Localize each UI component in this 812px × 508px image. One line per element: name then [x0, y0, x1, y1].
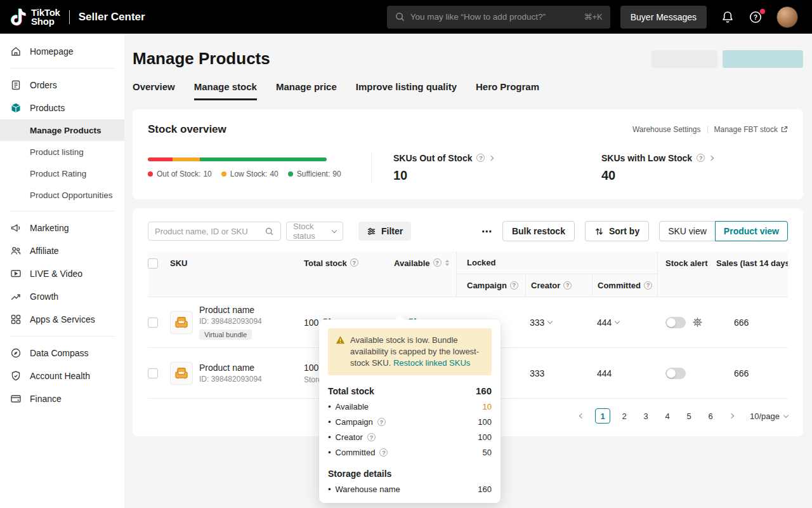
page-button-3[interactable]: 3 [638, 408, 653, 424]
megaphone-icon [10, 222, 22, 234]
account-avatar[interactable] [776, 6, 798, 28]
bullet-icon [328, 417, 331, 427]
sidebar-item-homepage[interactable]: Homepage [0, 40, 124, 63]
header-action-primary-button[interactable] [723, 50, 803, 68]
product-search-field[interactable] [148, 222, 281, 241]
sidebar-item-data-compass[interactable]: Data Compass [0, 342, 124, 364]
product-image[interactable] [170, 362, 193, 385]
sidebar-subitem-product-opportunities[interactable]: Product Opportunities [0, 184, 124, 206]
tiktok-shop-logo[interactable]: TikTok Shop [10, 8, 60, 27]
sidebar-subitem-manage-products[interactable]: Manage Products [0, 119, 124, 141]
info-icon[interactable] [377, 418, 386, 426]
stock-status-select[interactable]: Stock status [286, 222, 343, 241]
info-icon[interactable] [563, 281, 572, 290]
column-header-campaign: Campaign [467, 281, 507, 290]
select-all-checkbox[interactable] [148, 258, 158, 269]
product-name[interactable]: Product name [199, 305, 254, 315]
stat-skus-out-of-stock[interactable]: SKUs Out of Stock 10 [372, 153, 580, 183]
sales-value: 666 [734, 318, 749, 328]
product-search-input[interactable] [155, 227, 261, 236]
committed-value[interactable]: 444 [597, 318, 612, 328]
tab-manage-price[interactable]: Manage price [276, 81, 337, 100]
notification-badge [760, 9, 765, 14]
sort-available-icon[interactable] [445, 260, 449, 266]
info-icon[interactable] [510, 281, 518, 290]
buyer-messages-button[interactable]: Buyer Messages [620, 6, 707, 29]
gear-icon[interactable] [692, 317, 703, 328]
page-button-4[interactable]: 4 [660, 408, 675, 424]
sort-icon [594, 227, 604, 236]
row-checkbox[interactable] [148, 368, 158, 378]
chevron-down-icon[interactable] [615, 319, 620, 324]
sidebar-item-affiliate[interactable]: Affiliate [0, 239, 124, 262]
committed-value[interactable]: 444 [597, 368, 612, 378]
row-checkbox[interactable] [148, 318, 158, 328]
tab-manage-stock[interactable]: Manage stock [194, 81, 257, 100]
page-button-6[interactable]: 6 [703, 408, 718, 424]
product-name[interactable]: Product name [199, 363, 254, 373]
search-icon[interactable] [265, 227, 274, 236]
info-icon[interactable] [644, 281, 652, 290]
creator-locked-value[interactable]: 333 [530, 318, 544, 328]
link-divider [707, 126, 708, 133]
sidebar-item-orders[interactable]: Orders [0, 74, 124, 97]
header-action-secondary-button[interactable] [652, 50, 717, 68]
product-view-button[interactable]: Product view [715, 221, 788, 241]
notifications-button[interactable] [721, 10, 735, 24]
sidebar-item-account-health[interactable]: Account Health [0, 364, 124, 387]
stat-skus-with-low-stock[interactable]: SKUs with Low Stock 40 [580, 153, 788, 183]
sku-view-button[interactable]: SKU view [659, 221, 716, 241]
warehouse-settings-link[interactable]: Warehouse Settings [632, 125, 701, 134]
prev-page-button[interactable] [575, 408, 589, 424]
orders-icon [10, 79, 22, 91]
tab-overview[interactable]: Overview [133, 81, 175, 100]
sort-by-button[interactable]: Sort by [585, 221, 649, 241]
sidebar-subitem-product-rating[interactable]: Product Rating [0, 163, 124, 184]
info-icon[interactable] [379, 448, 388, 457]
page-button-1[interactable]: 1 [595, 408, 610, 424]
sidebar-item-finance[interactable]: Finance [0, 387, 124, 410]
stock-alert-toggle[interactable] [665, 317, 686, 328]
filter-button[interactable]: Filter [358, 222, 411, 241]
global-search-input[interactable] [410, 12, 579, 22]
stock-alert-toggle[interactable] [665, 368, 686, 379]
out-of-stock-segment [148, 157, 173, 161]
sidebar-item-products[interactable]: Products [0, 97, 124, 119]
tab-hero-program[interactable]: Hero Program [476, 81, 539, 100]
column-header-total-stock: Total stock [304, 258, 347, 268]
page-button-2[interactable]: 2 [617, 408, 632, 424]
chevron-down-icon [783, 412, 789, 417]
global-search[interactable]: ⌘+K [387, 6, 610, 29]
next-page-button[interactable] [724, 408, 738, 424]
creator-locked-value[interactable]: 333 [530, 368, 544, 378]
chevron-left-icon [579, 413, 584, 418]
help-button[interactable]: ? [749, 10, 763, 24]
sidebar-item-growth[interactable]: Growth [0, 285, 124, 308]
sidebar-subitem-product-listing[interactable]: Product listing [0, 141, 124, 163]
info-icon[interactable] [433, 258, 442, 267]
more-actions-button[interactable]: ⋯ [481, 225, 492, 237]
popover-available-row: Available 10 [328, 402, 492, 411]
stock-overview-card: Stock overview Warehouse Settings Manage… [133, 109, 803, 199]
stat-value: 40 [601, 168, 788, 183]
popover-total-stock-label: Total stock [328, 386, 374, 396]
info-icon[interactable] [697, 154, 705, 162]
info-icon[interactable] [350, 258, 358, 267]
page-button-5[interactable]: 5 [681, 408, 697, 424]
bulk-restock-button[interactable]: Bulk restock [502, 221, 575, 241]
sidebar-item-live-video[interactable]: LIVE & Video [0, 262, 124, 285]
product-image[interactable] [170, 311, 193, 334]
green-dot-icon [288, 171, 293, 177]
restock-linked-skus-link[interactable]: Restock linked SKUs [393, 358, 470, 368]
legend-out-of-stock: Out of Stock:10 [148, 170, 212, 178]
sidebar-item-marketing[interactable]: Marketing [0, 217, 124, 239]
sidebar-item-apps-services[interactable]: Apps & Services [0, 308, 124, 331]
legend-low-stock: Low Stock:40 [221, 170, 278, 178]
manage-fbt-stock-link[interactable]: Manage FBT stock [714, 125, 789, 134]
tab-improve-listing-quality[interactable]: Improve listing quality [356, 81, 457, 100]
chevron-down-icon[interactable] [547, 319, 553, 324]
home-icon [10, 46, 22, 57]
info-icon[interactable] [367, 433, 376, 441]
page-size-select[interactable]: 10/page [750, 411, 788, 421]
info-icon[interactable] [476, 154, 485, 162]
